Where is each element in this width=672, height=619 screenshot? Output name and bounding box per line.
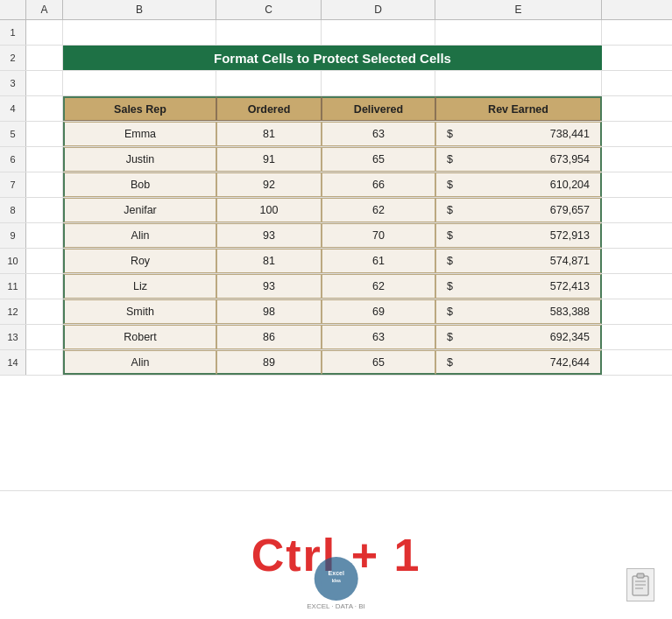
cell-e1[interactable] bbox=[435, 20, 602, 45]
cell-delivered-4[interactable]: 70 bbox=[322, 223, 435, 248]
cell-a5[interactable] bbox=[26, 122, 63, 146]
corner-cell bbox=[0, 0, 26, 19]
cell-a11[interactable] bbox=[26, 274, 63, 299]
cell-name-0[interactable]: Emma bbox=[63, 122, 216, 146]
cell-d1[interactable] bbox=[322, 20, 435, 45]
cell-ordered-4[interactable]: 93 bbox=[216, 223, 322, 248]
cell-a3[interactable] bbox=[26, 71, 63, 95]
header-ordered-text: Ordered bbox=[248, 103, 291, 116]
cell-a2[interactable] bbox=[26, 46, 63, 70]
row-num-9: 9 bbox=[0, 223, 26, 248]
cell-rev-1[interactable]: $673,954 bbox=[435, 147, 602, 172]
cell-delivered-1[interactable]: 65 bbox=[322, 147, 435, 172]
cell-rev-3[interactable]: $679,657 bbox=[435, 198, 602, 222]
cell-ordered-7[interactable]: 98 bbox=[216, 299, 322, 324]
cell-a12[interactable] bbox=[26, 299, 63, 324]
cell-rev-4[interactable]: $572,913 bbox=[435, 223, 602, 248]
header-delivered: Delivered bbox=[322, 96, 435, 121]
cell-rev-9[interactable]: $742,644 bbox=[435, 350, 602, 375]
logo-icon: Excel Idea bbox=[320, 563, 351, 594]
cell-name-3[interactable]: Jenifar bbox=[63, 198, 216, 222]
cell-b3[interactable] bbox=[63, 71, 216, 95]
cell-delivered-5[interactable]: 61 bbox=[322, 249, 435, 273]
cell-c1[interactable] bbox=[216, 20, 322, 45]
cell-a10[interactable] bbox=[26, 249, 63, 273]
svg-text:Excel: Excel bbox=[328, 570, 343, 576]
cell-name-7[interactable]: Smith bbox=[63, 299, 216, 324]
cell-ordered-3[interactable]: 100 bbox=[216, 198, 322, 222]
cell-a14[interactable] bbox=[26, 350, 63, 375]
cell-delivered-9[interactable]: 65 bbox=[322, 350, 435, 375]
cell-b1[interactable] bbox=[63, 20, 216, 45]
cell-a6[interactable] bbox=[26, 147, 63, 172]
cell-rev-7[interactable]: $583,388 bbox=[435, 299, 602, 324]
cell-e3[interactable] bbox=[435, 71, 602, 95]
cell-a8[interactable] bbox=[26, 198, 63, 222]
cell-delivered-7[interactable]: 69 bbox=[322, 299, 435, 324]
cell-a4[interactable] bbox=[26, 96, 63, 121]
header-sales-rep: Sales Rep bbox=[63, 96, 216, 121]
row-num-3: 3 bbox=[0, 71, 26, 95]
col-header-e: E bbox=[435, 0, 602, 19]
row-5: 5 Emma 81 63 $738,441 bbox=[0, 122, 672, 147]
cell-name-9[interactable]: Alin bbox=[63, 350, 216, 375]
row-14: 14 Alin 89 65 $742,644 bbox=[0, 350, 672, 376]
cell-c3[interactable] bbox=[216, 71, 322, 95]
cell-ordered-8[interactable]: 86 bbox=[216, 325, 322, 349]
watermark-logo: Excel Idea bbox=[314, 557, 357, 601]
cell-a1[interactable] bbox=[26, 20, 63, 45]
row-num-14: 14 bbox=[0, 350, 26, 375]
cell-a13[interactable] bbox=[26, 325, 63, 349]
cell-name-1[interactable]: Justin bbox=[63, 147, 216, 172]
svg-rect-4 bbox=[637, 573, 644, 578]
cell-delivered-6[interactable]: 62 bbox=[322, 274, 435, 299]
cell-rev-5[interactable]: $574,871 bbox=[435, 249, 602, 273]
row-num-8: 8 bbox=[0, 198, 26, 222]
row-num-5: 5 bbox=[0, 122, 26, 146]
header-delivered-text: Delivered bbox=[354, 103, 403, 116]
cell-ordered-1[interactable]: 91 bbox=[216, 147, 322, 172]
row-9: 9 Alin 93 70 $572,913 bbox=[0, 223, 672, 249]
cell-ordered-9[interactable]: 89 bbox=[216, 350, 322, 375]
cell-delivered-3[interactable]: 62 bbox=[322, 198, 435, 222]
title-cell[interactable]: Format Cells to Protect Selected Cells bbox=[63, 46, 602, 70]
header-ordered: Ordered bbox=[216, 96, 322, 121]
cell-a9[interactable] bbox=[26, 223, 63, 248]
cell-ordered-0[interactable]: 81 bbox=[216, 122, 322, 146]
cell-delivered-0[interactable]: 63 bbox=[322, 122, 435, 146]
col-header-d: D bbox=[322, 0, 435, 19]
cell-name-8[interactable]: Robert bbox=[63, 325, 216, 349]
row-7: 7 Bob 92 66 $610,204 bbox=[0, 172, 672, 198]
row-6: 6 Justin 91 65 $673,954 bbox=[0, 147, 672, 172]
cell-ordered-6[interactable]: 93 bbox=[216, 274, 322, 299]
cell-name-2[interactable]: Bob bbox=[63, 172, 216, 197]
cell-delivered-2[interactable]: 66 bbox=[322, 172, 435, 197]
svg-rect-3 bbox=[633, 576, 648, 595]
row-num-7: 7 bbox=[0, 172, 26, 197]
watermark-tagline: EXCEL · DATA · BI bbox=[307, 602, 365, 610]
cell-rev-2[interactable]: $610,204 bbox=[435, 172, 602, 197]
title-text: Format Cells to Protect Selected Cells bbox=[214, 51, 451, 66]
row-10: 10 Roy 81 61 $574,871 bbox=[0, 249, 672, 274]
cell-ordered-2[interactable]: 92 bbox=[216, 172, 322, 197]
cell-a7[interactable] bbox=[26, 172, 63, 197]
col-header-c: C bbox=[216, 0, 322, 19]
row-num-11: 11 bbox=[0, 274, 26, 299]
row-12: 12 Smith 98 69 $583,388 bbox=[0, 299, 672, 325]
cell-name-4[interactable]: Alin bbox=[63, 223, 216, 248]
cell-rev-8[interactable]: $692,345 bbox=[435, 325, 602, 349]
cell-ordered-5[interactable]: 81 bbox=[216, 249, 322, 273]
cell-rev-0[interactable]: $738,441 bbox=[435, 122, 602, 146]
cell-name-6[interactable]: Liz bbox=[63, 274, 216, 299]
row-2: 2 Format Cells to Protect Selected Cells bbox=[0, 46, 672, 71]
cell-d3[interactable] bbox=[322, 71, 435, 95]
row-num-10: 10 bbox=[0, 249, 26, 273]
cell-delivered-8[interactable]: 63 bbox=[322, 325, 435, 349]
header-sales-rep-text: Sales Rep bbox=[114, 103, 166, 116]
row-13: 13 Robert 86 63 $692,345 bbox=[0, 325, 672, 350]
col-header-b: B bbox=[63, 0, 216, 19]
cell-rev-6[interactable]: $572,413 bbox=[435, 274, 602, 299]
bottom-section: Ctrl + 1 Excel Idea EXCEL · DATA · BI bbox=[0, 490, 672, 619]
row-3: 3 bbox=[0, 71, 672, 96]
cell-name-5[interactable]: Roy bbox=[63, 249, 216, 273]
